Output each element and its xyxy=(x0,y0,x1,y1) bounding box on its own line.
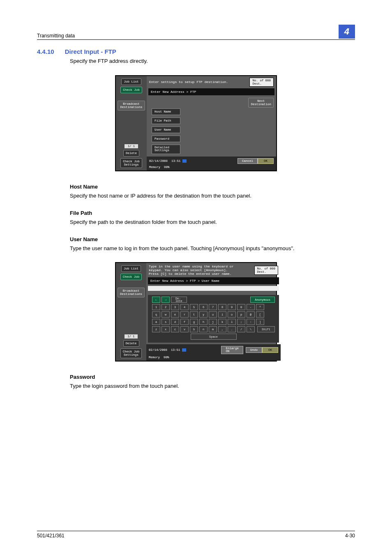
key-6[interactable]: 6 xyxy=(199,304,208,310)
cancel-button[interactable]: Cancel xyxy=(238,158,258,164)
key-7[interactable]: 7 xyxy=(209,304,217,310)
key-@[interactable]: @ xyxy=(247,311,255,318)
breadcrumb: Enter New Address > FTP > User Name xyxy=(148,277,279,284)
arrow-left-key[interactable]: ← xyxy=(152,297,160,303)
key-w[interactable]: w xyxy=(161,311,170,318)
ftp-destination-screenshot: Job List Check Job Broadcast Destination… xyxy=(115,75,277,171)
delete-key[interactable]: De- lete xyxy=(171,297,187,303)
job-list-button[interactable]: Job List xyxy=(121,78,141,85)
key-.[interactable]: . xyxy=(228,326,236,332)
status-memory-label: Memory xyxy=(149,166,160,169)
key-q[interactable]: q xyxy=(152,311,160,318)
key-][interactable]: ] xyxy=(256,319,264,325)
key-i[interactable]: i xyxy=(218,311,226,318)
key-a[interactable]: a xyxy=(152,319,160,325)
status-date: 02/14/2008 xyxy=(149,159,168,163)
key-l[interactable]: l xyxy=(228,319,236,325)
key-^[interactable]: ^ xyxy=(256,304,264,310)
key-:[interactable]: : xyxy=(247,319,255,325)
key-h[interactable]: h xyxy=(199,319,208,325)
key-r[interactable]: r xyxy=(180,311,189,318)
running-head: Transmitting data xyxy=(37,33,75,39)
filepath-text: Specify the path to the destination fold… xyxy=(70,219,355,226)
key-n[interactable]: n xyxy=(199,326,208,332)
key-u[interactable]: u xyxy=(209,311,217,318)
delete-button[interactable]: Delete xyxy=(123,340,139,347)
key-o[interactable]: o xyxy=(228,311,236,318)
key-b[interactable]: b xyxy=(190,326,198,332)
key-t[interactable]: t xyxy=(190,311,198,318)
user-name-field-button[interactable]: User Name xyxy=(152,127,180,133)
check-job-button[interactable]: Check Job xyxy=(120,274,142,280)
footer-left: 501/421/361 xyxy=(37,533,65,539)
key-v[interactable]: v xyxy=(180,326,189,332)
key-y[interactable]: y xyxy=(199,311,208,318)
status-time: 13:51 xyxy=(171,348,180,352)
key--[interactable]: - xyxy=(247,304,255,310)
key-g[interactable]: g xyxy=(190,319,198,325)
key-c[interactable]: c xyxy=(171,326,179,332)
username-input[interactable] xyxy=(148,286,279,291)
check-job-button[interactable]: Check Job xyxy=(120,87,142,93)
ok-button[interactable]: OK xyxy=(258,158,274,164)
key-m[interactable]: m xyxy=(209,326,217,332)
status-icon xyxy=(182,348,186,352)
status-date: 02/14/2008 xyxy=(149,348,167,352)
key-j[interactable]: j xyxy=(209,319,217,325)
ok-button[interactable]: OK xyxy=(262,347,278,353)
key-row-3: asdfghjkl;:] xyxy=(150,319,277,325)
anonymous-button[interactable]: Anonymous xyxy=(250,297,275,303)
page-indicator: 1/ 1 xyxy=(125,334,138,339)
key-;[interactable]: ; xyxy=(237,319,245,325)
host-name-field-button[interactable]: Host Name xyxy=(152,108,180,115)
job-list-button[interactable]: Job List xyxy=(121,265,141,272)
key-x[interactable]: x xyxy=(161,326,170,332)
detailed-settings-button[interactable]: Detailed Settings xyxy=(152,145,180,154)
key-f[interactable]: f xyxy=(180,319,189,325)
dest-count: No. of Dest. 000 xyxy=(249,78,274,87)
key-p[interactable]: p xyxy=(237,311,245,318)
broadcast-destinations-tab[interactable]: Broadcast Destinations xyxy=(118,288,145,297)
undo-button[interactable]: Undo xyxy=(246,347,262,353)
key-1[interactable]: 1 xyxy=(152,304,160,310)
key-2[interactable]: 2 xyxy=(161,304,170,310)
key-row-4: zxcvbnm,./\Shift xyxy=(150,326,277,332)
key-0[interactable]: 0 xyxy=(237,304,245,310)
hostname-text: Specify the host name or IP address for … xyxy=(70,192,355,200)
key-8[interactable]: 8 xyxy=(218,304,226,310)
page-indicator: 1/ 1 xyxy=(125,144,138,148)
next-destination-button[interactable]: Next Destination xyxy=(248,98,274,108)
key-row-2: qwertyuiop@[ xyxy=(150,311,277,318)
key-row-1: 1234567890-^ xyxy=(150,304,277,310)
space-key[interactable]: Space xyxy=(191,334,237,340)
key-5[interactable]: 5 xyxy=(190,304,198,310)
file-path-field-button[interactable]: File Path xyxy=(152,117,180,124)
shift-key[interactable]: Shift xyxy=(257,326,275,332)
password-heading: Password xyxy=(70,374,355,380)
arrow-right-key[interactable]: → xyxy=(161,297,170,303)
key-z[interactable]: z xyxy=(152,326,160,332)
key-d[interactable]: d xyxy=(171,319,179,325)
key-9[interactable]: 9 xyxy=(228,304,236,310)
delete-button[interactable]: Delete xyxy=(123,150,139,157)
password-text: Type the login password from the touch p… xyxy=(70,382,355,390)
key-4[interactable]: 4 xyxy=(180,304,189,310)
password-field-button[interactable]: Password xyxy=(152,136,180,142)
key-\[interactable]: \ xyxy=(247,326,255,332)
key-[[interactable]: [ xyxy=(256,311,264,318)
key-e[interactable]: e xyxy=(171,311,179,318)
key-s[interactable]: s xyxy=(161,319,170,325)
footer-right: 4-30 xyxy=(345,533,355,539)
key-,[interactable]: , xyxy=(218,326,226,332)
broadcast-destinations-tab[interactable]: Broadcast Destinations xyxy=(118,101,145,111)
key-k[interactable]: k xyxy=(218,319,226,325)
username-heading: User Name xyxy=(70,236,355,242)
status-time: 13:51 xyxy=(171,159,181,163)
status-memory-value: 90% xyxy=(164,356,169,359)
check-job-settings-button[interactable]: Check Job Settings xyxy=(120,348,142,358)
enlarge-button[interactable]: Enlarge ON xyxy=(221,346,243,354)
check-job-settings-button[interactable]: Check Job Settings xyxy=(120,158,142,168)
key-3[interactable]: 3 xyxy=(171,304,179,310)
section-number: 4.4.10 xyxy=(37,48,54,55)
key-/[interactable]: / xyxy=(237,326,245,332)
